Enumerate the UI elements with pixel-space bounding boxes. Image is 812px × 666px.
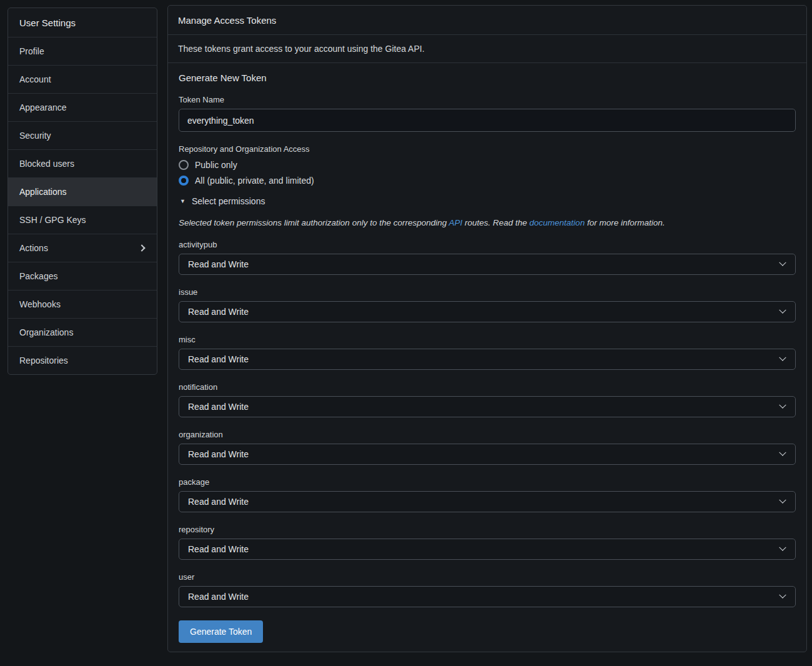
settings-page: User Settings Profile Account Appearance… [0, 0, 812, 657]
note-text: Selected token permissions limit authori… [179, 218, 448, 227]
scope-select-value: Read and Write [188, 449, 249, 459]
caret-down-icon: ▼ [180, 198, 186, 204]
sidebar-item-security[interactable]: Security [8, 121, 157, 149]
sidebar-item-ssh-gpg-keys[interactable]: SSH / GPG Keys [8, 206, 157, 234]
sidebar-item-profile[interactable]: Profile [8, 37, 157, 65]
token-name-label: Token Name [179, 95, 796, 104]
scope-select-value: Read and Write [188, 307, 249, 317]
api-link[interactable]: API [448, 218, 462, 227]
sidebar-item-applications[interactable]: Applications [8, 177, 157, 206]
scope-name-label: activitypub [179, 240, 796, 249]
settings-sidebar: User Settings Profile Account Appearance… [7, 7, 157, 375]
scope-select-value: Read and Write [188, 354, 249, 364]
scope-organization-select[interactable]: Read and Write [179, 444, 796, 465]
sidebar-title: User Settings [8, 8, 157, 37]
generate-token-button[interactable]: Generate Token [179, 620, 263, 643]
chevron-down-icon [779, 544, 786, 551]
section-title: Generate New Token [179, 72, 796, 83]
scope-group-organization: organization Read and Write [179, 430, 796, 465]
scope-group-misc: misc Read and Write [179, 335, 796, 370]
scope-group-package: package Read and Write [179, 477, 796, 512]
radio-public-only[interactable]: Public only [179, 160, 796, 170]
panel-description: These tokens grant access to your accoun… [168, 35, 806, 63]
sidebar-item-blocked-users[interactable]: Blocked users [8, 149, 157, 177]
scope-name-label: package [179, 477, 796, 487]
chevron-down-icon [779, 354, 786, 361]
chevron-down-icon [779, 307, 786, 314]
select-permissions-label: Select permissions [192, 196, 265, 206]
sidebar-item-packages[interactable]: Packages [8, 262, 157, 290]
radio-label: All (public, private, and limited) [195, 176, 314, 186]
scope-name-label: notification [179, 382, 796, 392]
chevron-down-icon [779, 449, 786, 456]
scope-name-label: organization [179, 430, 796, 439]
documentation-link[interactable]: documentation [530, 218, 585, 227]
radio-unselected-icon[interactable] [179, 160, 189, 170]
scope-select-value: Read and Write [188, 259, 249, 269]
sidebar-item-account[interactable]: Account [8, 65, 157, 93]
scope-name-label: repository [179, 525, 796, 534]
scope-name-label: user [179, 572, 796, 582]
panel-title: Manage Access Tokens [168, 6, 806, 35]
scope-repository-select[interactable]: Read and Write [179, 539, 796, 560]
scope-select-value: Read and Write [188, 544, 249, 554]
scope-notification-select[interactable]: Read and Write [179, 396, 796, 417]
scope-select-value: Read and Write [188, 497, 249, 507]
token-name-input[interactable] [179, 109, 796, 132]
radio-label: Public only [195, 160, 237, 170]
sidebar-item-organizations[interactable]: Organizations [8, 318, 157, 346]
scope-group-notification: notification Read and Write [179, 382, 796, 417]
sidebar-item-label: Actions [19, 243, 48, 253]
sidebar-item-actions[interactable]: Actions [8, 234, 157, 262]
scope-name-label: misc [179, 335, 796, 344]
permissions-note: Selected token permissions limit authori… [179, 218, 796, 227]
sidebar-item-appearance[interactable]: Appearance [8, 93, 157, 121]
chevron-down-icon [779, 592, 786, 599]
chevron-right-icon [138, 244, 145, 251]
access-scope-label: Repository and Organization Access [179, 144, 796, 154]
note-text: routes. Read the [462, 218, 529, 227]
chevron-down-icon [779, 497, 786, 504]
manage-access-tokens-panel: Manage Access Tokens These tokens grant … [167, 5, 807, 652]
chevron-down-icon [779, 259, 786, 266]
scope-misc-select[interactable]: Read and Write [179, 349, 796, 370]
scope-select-value: Read and Write [188, 402, 249, 412]
chevron-down-icon [779, 402, 786, 409]
sidebar-item-repositories[interactable]: Repositories [8, 346, 157, 374]
scope-activitypub-select[interactable]: Read and Write [179, 254, 796, 275]
scope-name-label: issue [179, 287, 796, 297]
generate-token-form: Generate New Token Token Name Repository… [168, 63, 806, 652]
scope-issue-select[interactable]: Read and Write [179, 301, 796, 322]
note-text: for more information. [585, 218, 665, 227]
select-permissions-toggle[interactable]: ▼ Select permissions [180, 196, 796, 206]
sidebar-item-webhooks[interactable]: Webhooks [8, 290, 157, 318]
radio-all-access[interactable]: All (public, private, and limited) [179, 176, 796, 186]
scope-group-repository: repository Read and Write [179, 525, 796, 560]
scope-package-select[interactable]: Read and Write [179, 491, 796, 512]
scope-group-activitypub: activitypub Read and Write [179, 240, 796, 275]
scope-group-user: user Read and Write [179, 572, 796, 607]
radio-selected-icon[interactable] [179, 176, 189, 186]
scope-user-select[interactable]: Read and Write [179, 586, 796, 607]
scope-select-value: Read and Write [188, 592, 249, 602]
scope-group-issue: issue Read and Write [179, 287, 796, 322]
